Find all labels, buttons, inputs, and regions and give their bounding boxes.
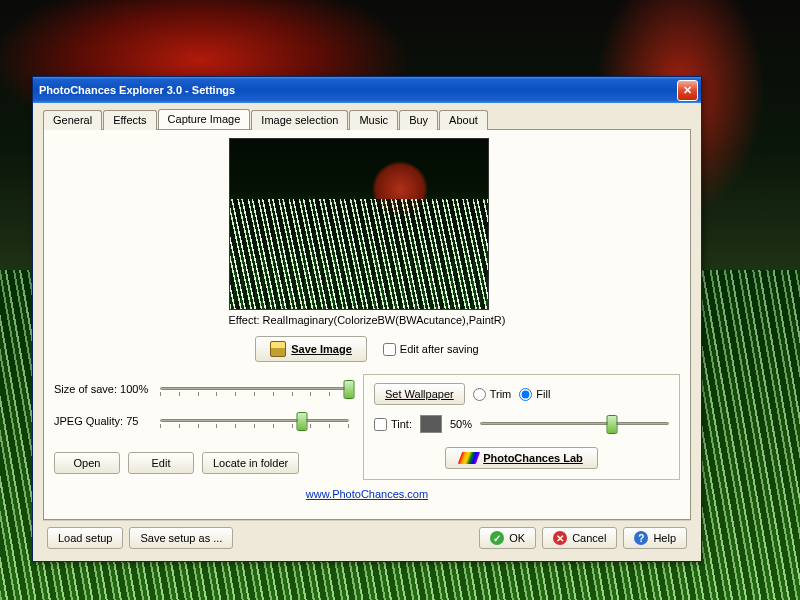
locate-in-folder-button[interactable]: Locate in folder — [202, 452, 299, 474]
cancel-button[interactable]: ✕ Cancel — [542, 527, 617, 549]
jpeg-label: JPEG Quality: 75 — [54, 415, 154, 427]
dialog-body: General Effects Capture Image Image sele… — [33, 103, 701, 561]
jpeg-slider-row: JPEG Quality: 75 — [54, 410, 349, 432]
set-wallpaper-label: Set Wallpaper — [385, 388, 454, 400]
set-wallpaper-button[interactable]: Set Wallpaper — [374, 383, 465, 405]
fill-radio-row[interactable]: Fill — [519, 388, 550, 401]
left-column: Size of save: 100% JPEG Quality: 75 — [54, 374, 349, 478]
help-label: Help — [653, 532, 676, 544]
slider-ticks — [160, 424, 349, 428]
slider-track — [160, 387, 349, 390]
edit-after-saving-checkbox[interactable] — [383, 343, 396, 356]
slider-track — [480, 422, 669, 425]
size-slider-row: Size of save: 100% — [54, 378, 349, 400]
size-slider[interactable] — [160, 378, 349, 400]
wallpaper-group: Set Wallpaper Trim Fill — [363, 374, 680, 480]
photochances-lab-button[interactable]: PhotoChances Lab — [445, 447, 598, 469]
tint-value-label: 50% — [450, 418, 472, 430]
tab-music[interactable]: Music — [349, 110, 398, 130]
edit-after-saving-row[interactable]: Edit after saving — [383, 343, 479, 356]
load-setup-button[interactable]: Load setup — [47, 527, 123, 549]
trim-radio-row[interactable]: Trim — [473, 388, 512, 401]
fill-label: Fill — [536, 388, 550, 400]
edit-button[interactable]: Edit — [128, 452, 194, 474]
link-row: www.PhotoChances.com — [54, 488, 680, 500]
tab-strip: General Effects Capture Image Image sele… — [43, 109, 691, 129]
cancel-label: Cancel — [572, 532, 606, 544]
tab-general[interactable]: General — [43, 110, 102, 130]
tab-capture-image[interactable]: Capture Image — [158, 109, 251, 129]
trim-label: Trim — [490, 388, 512, 400]
window-title: PhotoChances Explorer 3.0 - Settings — [39, 84, 677, 96]
titlebar[interactable]: PhotoChances Explorer 3.0 - Settings ✕ — [33, 77, 701, 103]
size-label: Size of save: 100% — [54, 383, 154, 395]
tint-slider[interactable] — [480, 413, 669, 435]
edit-after-saving-label: Edit after saving — [400, 343, 479, 355]
tab-about[interactable]: About — [439, 110, 488, 130]
cancel-icon: ✕ — [553, 531, 567, 545]
tint-label: Tint: — [391, 418, 412, 430]
save-setup-as-button[interactable]: Save setup as ... — [129, 527, 233, 549]
tint-row: Tint: 50% — [374, 413, 669, 435]
ok-icon: ✓ — [490, 531, 504, 545]
photochances-lab-label: PhotoChances Lab — [483, 452, 583, 464]
options-columns: Size of save: 100% JPEG Quality: 75 — [54, 374, 680, 480]
tab-page-capture-image: Effect: RealImaginary(ColorizeBW(BWAcuta… — [43, 129, 691, 520]
jpeg-slider-thumb[interactable] — [296, 412, 307, 431]
preview-area: Effect: RealImaginary(ColorizeBW(BWAcuta… — [229, 138, 506, 326]
bottom-bar: Load setup Save setup as ... ✓ OK ✕ Canc… — [43, 520, 691, 553]
slider-ticks — [160, 392, 349, 396]
tab-image-selection[interactable]: Image selection — [251, 110, 348, 130]
tab-effects[interactable]: Effects — [103, 110, 156, 130]
size-slider-thumb[interactable] — [344, 380, 355, 399]
close-button[interactable]: ✕ — [677, 80, 698, 101]
tint-slider-thumb[interactable] — [607, 415, 618, 434]
wallpaper-top-row: Set Wallpaper Trim Fill — [374, 383, 669, 405]
slider-track — [160, 419, 349, 422]
tab-buy[interactable]: Buy — [399, 110, 438, 130]
close-icon: ✕ — [683, 84, 692, 97]
tint-color-swatch[interactable] — [420, 415, 442, 433]
settings-dialog: PhotoChances Explorer 3.0 - Settings ✕ G… — [32, 76, 702, 562]
save-setup-label: Save setup as ... — [140, 532, 222, 544]
jpeg-slider[interactable] — [160, 410, 349, 432]
help-button[interactable]: ? Help — [623, 527, 687, 549]
preview-image — [229, 138, 489, 310]
ok-button[interactable]: ✓ OK — [479, 527, 536, 549]
tint-checkbox[interactable] — [374, 418, 387, 431]
help-icon: ? — [634, 531, 648, 545]
open-button[interactable]: Open — [54, 452, 120, 474]
rainbow-icon — [458, 452, 480, 464]
save-icon — [270, 341, 286, 357]
save-image-button[interactable]: Save Image — [255, 336, 367, 362]
fill-radio[interactable] — [519, 388, 532, 401]
save-image-label: Save Image — [291, 343, 352, 355]
save-row: Save Image Edit after saving — [54, 336, 680, 362]
effect-label: Effect: RealImaginary(ColorizeBW(BWAcuta… — [229, 314, 506, 326]
left-buttons: Open Edit Locate in folder — [54, 452, 349, 474]
website-link[interactable]: www.PhotoChances.com — [306, 488, 428, 500]
trim-radio[interactable] — [473, 388, 486, 401]
tint-checkbox-row[interactable]: Tint: — [374, 418, 412, 431]
ok-label: OK — [509, 532, 525, 544]
